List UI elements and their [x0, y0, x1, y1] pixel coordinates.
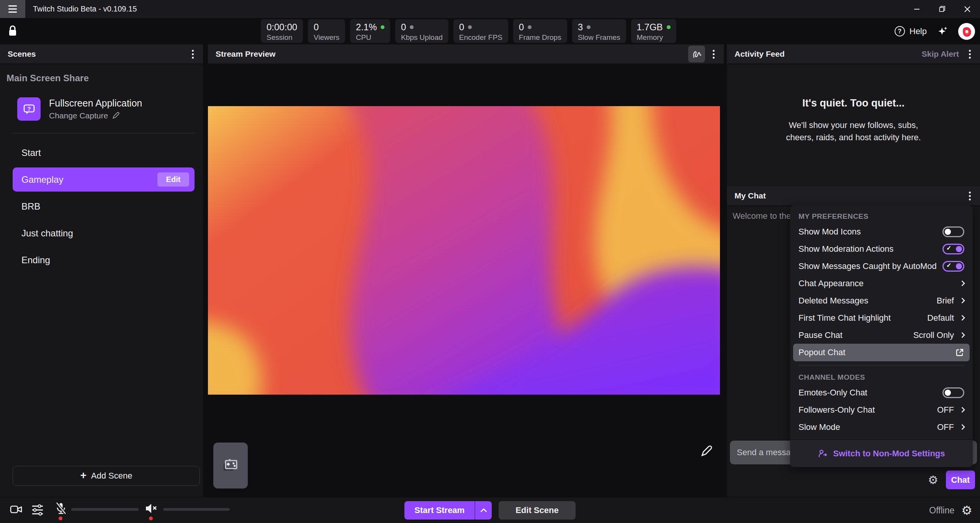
speaker-volume-slider[interactable]	[163, 508, 230, 511]
status-dot-green	[667, 25, 671, 29]
status-dot-green	[381, 25, 384, 29]
preview-kebab-menu-icon[interactable]	[710, 48, 717, 60]
app-capture-icon: ?	[22, 102, 36, 116]
chevron-up-icon	[480, 508, 487, 515]
camera-toggle-button[interactable]	[10, 504, 23, 517]
divider	[798, 365, 964, 366]
scene-item-gameplay[interactable]: Gameplay Edit	[13, 167, 195, 192]
speaker-muted-icon	[145, 503, 158, 514]
stat-cpu: 2.1% CPU	[350, 19, 390, 43]
stat-viewers: 0 Viewers	[308, 19, 345, 43]
menu-item-pause-chat[interactable]: Pause Chat Scroll Only	[790, 326, 973, 344]
activity-kebab-menu-icon[interactable]	[967, 48, 973, 60]
popout-external-link-icon	[955, 348, 964, 357]
edit-layer-pencil-icon[interactable]	[700, 445, 712, 459]
chat-kebab-menu-icon[interactable]	[967, 190, 973, 202]
start-stream-options-button[interactable]	[474, 501, 492, 520]
mixer-sliders-icon	[31, 504, 44, 516]
chat-settings-gear-icon[interactable]: ⚙	[928, 474, 938, 486]
scene-list: Start Gameplay Edit BRB Just chatting En…	[0, 141, 203, 272]
menu-item-deleted-messages[interactable]: Deleted Messages Brief	[790, 292, 973, 309]
stat-slow-frames: 3 Slow Frames	[572, 19, 626, 43]
person-switch-icon	[818, 449, 828, 459]
menu-item-followers-only-chat[interactable]: Followers-Only Chat OFF	[790, 401, 973, 418]
scene-item-start[interactable]: Start	[13, 141, 195, 165]
change-capture-link[interactable]: Change Capture	[49, 111, 142, 120]
help-button[interactable]: ? Help	[895, 26, 927, 36]
audio-mixer-button[interactable]	[31, 504, 44, 518]
draw-overlay-button[interactable]	[688, 46, 705, 62]
switch-to-non-mod-settings-button[interactable]: Switch to Non-Mod Settings	[790, 439, 973, 467]
sparkle-icon[interactable]	[937, 26, 948, 37]
edit-scene-inline-button[interactable]: Edit	[157, 172, 189, 187]
start-stream-button[interactable]: Start Stream	[404, 501, 474, 520]
capture-source-row[interactable]: ? Fullscreen Application Change Capture	[17, 97, 203, 121]
scenes-kebab-menu-icon[interactable]	[190, 48, 196, 60]
speaker-mute-button[interactable]	[145, 503, 158, 516]
svg-text:?: ?	[27, 105, 31, 111]
hamburger-menu-icon[interactable]	[0, 0, 25, 18]
menu-item-show-moderation-actions[interactable]: Show Moderation Actions ✓	[790, 240, 973, 257]
divider	[12, 133, 195, 133]
video-camera-icon	[10, 504, 23, 515]
menu-item-chat-appearance[interactable]: Chat Appearance	[790, 275, 973, 292]
title-bar: Twitch Studio Beta - v0.109.15	[0, 0, 980, 18]
pencil-icon	[112, 112, 119, 120]
chevron-right-icon	[959, 407, 965, 413]
twitch-studio-window: Twitch Studio Beta - v0.109.15	[0, 0, 980, 523]
toggle-show-mod-icons[interactable]	[942, 226, 964, 237]
scene-item-ending[interactable]: Ending	[13, 248, 195, 272]
close-button[interactable]	[955, 0, 980, 18]
stat-encoder-fps: 0 Encoder FPS	[453, 19, 508, 43]
chevron-right-icon	[959, 280, 965, 287]
capture-source-title: Fullscreen Application	[49, 98, 142, 109]
scenes-panel-title: Scenes	[8, 49, 36, 59]
stream-status-label: Offline	[929, 505, 954, 516]
scene-item-just-chatting[interactable]: Just chatting	[13, 221, 195, 245]
check-icon: ✓	[946, 244, 951, 252]
chevron-right-icon	[959, 315, 965, 321]
stat-session: 0:00:00 Session	[261, 19, 303, 43]
stream-preview-image	[208, 106, 720, 395]
activity-empty-state: It's quiet. Too quiet... We'll show your…	[727, 64, 980, 144]
menu-section-channel-modes: CHANNEL MODES	[790, 369, 973, 384]
status-dot-gray	[528, 25, 532, 29]
mic-volume-slider[interactable]	[71, 508, 139, 511]
toggle-emotes-only-chat[interactable]	[942, 387, 964, 398]
activity-feed-panel: Activity Feed Skip Alert It's quiet. Too…	[727, 44, 980, 186]
capture-source-tile: ?	[17, 97, 41, 121]
add-scene-button[interactable]: + Add Scene	[13, 466, 200, 486]
menu-item-show-automod-messages[interactable]: Show Messages Caught by AutoMod ✓	[790, 257, 973, 275]
minimize-icon	[914, 6, 920, 12]
menu-item-show-mod-icons[interactable]: Show Mod Icons	[790, 223, 973, 240]
avatar[interactable]	[958, 23, 975, 40]
chevron-right-icon	[959, 332, 965, 338]
scene-item-brb[interactable]: BRB	[13, 194, 195, 218]
scene-layer-thumbnail-button[interactable]	[213, 443, 248, 489]
toggle-show-automod-messages[interactable]: ✓	[942, 261, 964, 272]
avatar-logo-icon	[960, 25, 973, 38]
skip-alert-link[interactable]: Skip Alert	[922, 49, 959, 59]
check-icon: ✓	[946, 262, 951, 269]
chat-settings-menu: MY PREFERENCES Show Mod Icons Show Moder…	[790, 205, 973, 467]
minimize-button[interactable]	[904, 0, 929, 18]
start-stream-split-button: Start Stream	[404, 501, 492, 520]
microphone-mute-button[interactable]	[54, 501, 68, 517]
toggle-show-moderation-actions[interactable]: ✓	[942, 244, 964, 254]
restore-button[interactable]	[929, 0, 955, 18]
settings-gear-icon[interactable]: ⚙	[961, 504, 972, 516]
menu-item-first-time-chat-highlight[interactable]: First Time Chat Highlight Default	[790, 309, 973, 326]
stat-memory: 1.7GB Memory	[631, 19, 676, 43]
window-title: Twitch Studio Beta - v0.109.15	[33, 5, 137, 13]
scene-group-label: Main Screen Share	[7, 73, 203, 84]
lock-icon[interactable]	[8, 25, 18, 39]
chat-send-button[interactable]: Chat	[946, 471, 975, 489]
stream-preview-panel: Stream Preview	[208, 44, 724, 497]
my-chat-title: My Chat	[735, 191, 766, 200]
edit-scene-button[interactable]: Edit Scene	[499, 501, 575, 520]
menu-item-popout-chat[interactable]: Popout Chat	[793, 344, 970, 361]
menu-item-emotes-only-chat[interactable]: Emotes-Only Chat	[790, 384, 973, 401]
menu-item-slow-mode[interactable]: Slow Mode OFF	[790, 418, 973, 436]
activity-empty-description: We'll show your new follows, subs, cheer…	[750, 119, 957, 144]
status-dot-gray	[587, 25, 591, 29]
